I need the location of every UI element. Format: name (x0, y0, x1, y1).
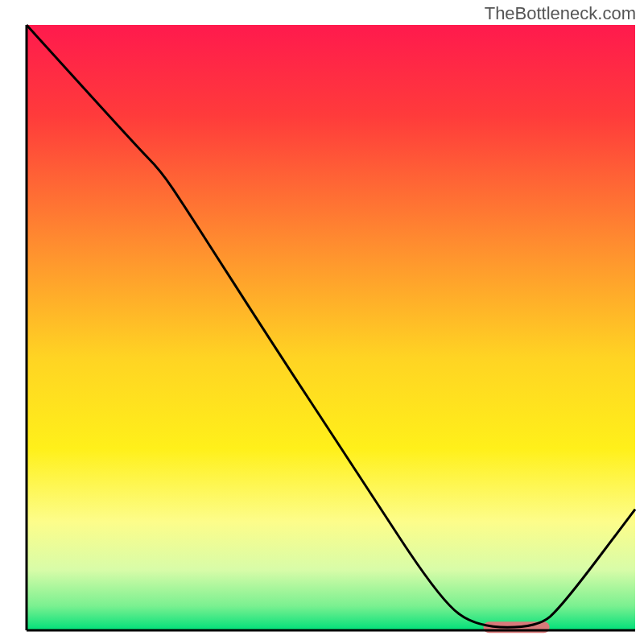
chart-svg (0, 0, 644, 644)
plot-background (27, 25, 635, 630)
chart-container: TheBottleneck.com (0, 0, 644, 644)
watermark-text: TheBottleneck.com (485, 3, 636, 24)
